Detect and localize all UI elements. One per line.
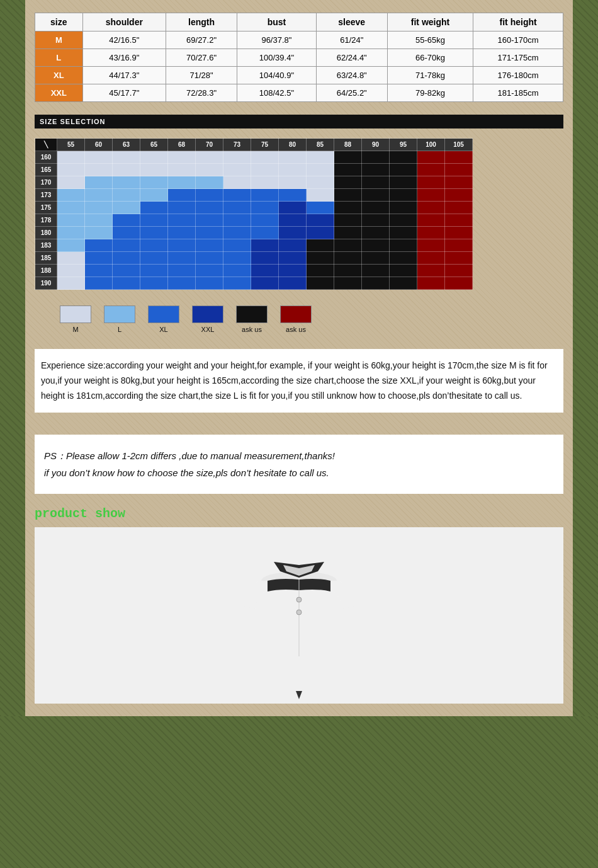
legend-color-box xyxy=(280,306,312,323)
shirt-illustration xyxy=(198,530,400,700)
legend-label: M xyxy=(72,326,78,333)
legend-color-box xyxy=(236,306,268,323)
size-table: size shoulder length bust sleeve fit wei… xyxy=(35,13,563,102)
legend-item: ask us xyxy=(236,306,268,333)
size-table-section: size shoulder length bust sleeve fit wei… xyxy=(35,13,563,102)
col-header-fit-height: fit height xyxy=(473,13,563,31)
legend-label: ask us xyxy=(286,326,306,333)
legend-color-box xyxy=(148,306,179,323)
col-header-length: length xyxy=(166,13,237,31)
legend-color-box xyxy=(104,306,135,323)
legend-item: L xyxy=(104,306,135,333)
size-table-row: M42/16.5"69/27.2"96/37.8"61/24"55-65kg16… xyxy=(35,31,563,49)
ps-section: PS：Please allow 1-2cm differs ,due to ma… xyxy=(35,435,563,494)
legend-label: XXL xyxy=(201,326,215,333)
svg-point-4 xyxy=(296,597,302,602)
size-legend: MLXLXXLask usask us xyxy=(57,302,563,336)
col-header-size: size xyxy=(35,13,83,31)
col-header-fit-weight: fit weight xyxy=(387,13,473,31)
col-header-shoulder: shoulder xyxy=(82,13,166,31)
grid-data-row: 185 xyxy=(35,252,473,265)
grid-data-row: 175 xyxy=(35,202,473,214)
grid-data-row: 188 xyxy=(35,265,473,277)
legend-item: M xyxy=(60,306,91,333)
ps-line1: PS：Please allow 1-2cm differs ,due to ma… xyxy=(44,447,554,464)
col-header-sleeve: sleeve xyxy=(316,13,387,31)
legend-label: L xyxy=(118,326,121,333)
grid-data-row: 190 xyxy=(35,277,473,290)
product-show-header: product show xyxy=(35,506,563,521)
legend-item: XXL xyxy=(192,306,223,333)
grid-header-row: ╲55606365687073758085889095100105 xyxy=(35,139,473,151)
product-image-area xyxy=(35,527,563,704)
grid-data-row: 180 xyxy=(35,227,473,239)
grid-data-row: 160 xyxy=(35,151,473,164)
size-table-row: L43/16.9"70/27.6"100/39.4"62/24.4"66-70k… xyxy=(35,49,563,67)
experience-text: Experience size:according your weight an… xyxy=(35,349,563,413)
col-header-bust: bust xyxy=(237,13,317,31)
grid-data-row: 183 xyxy=(35,239,473,252)
size-table-row: XL44/17.3"71/28"104/40.9"63/24.8"71-78kg… xyxy=(35,67,563,84)
grid-data-row: 178 xyxy=(35,214,473,227)
ps-line2: if you don’t know how to choose the size… xyxy=(44,464,554,481)
size-grid-table: ╲556063656870737580858890951001051601651… xyxy=(35,138,473,290)
grid-data-row: 165 xyxy=(35,164,473,176)
legend-label: ask us xyxy=(242,326,262,333)
legend-color-box xyxy=(60,306,91,323)
legend-item: XL xyxy=(148,306,179,333)
legend-label: XL xyxy=(159,326,167,333)
svg-point-5 xyxy=(296,610,302,615)
size-table-row: XXL45/17.7"72/28.3"108/42.5"64/25.2"79-8… xyxy=(35,84,563,102)
grid-data-row: 173 xyxy=(35,189,473,202)
size-selection-header: SIZE SELECTION xyxy=(35,115,563,128)
legend-color-box xyxy=(192,306,223,323)
legend-item: ask us xyxy=(280,306,312,333)
size-chart-grid: ╲556063656870737580858890951001051601651… xyxy=(35,138,563,290)
grid-data-row: 170 xyxy=(35,176,473,189)
svg-marker-6 xyxy=(296,691,302,699)
